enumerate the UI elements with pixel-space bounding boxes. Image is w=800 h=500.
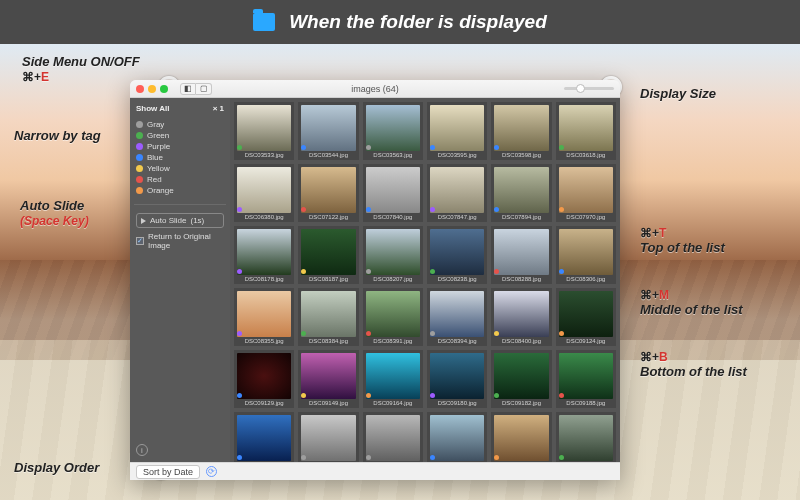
sort-dropdown[interactable]: Sort by Date (136, 465, 200, 479)
thumbnail-image (366, 291, 420, 337)
tag-purple[interactable]: Purple (136, 141, 224, 152)
thumbnail-tag-dot (237, 393, 242, 398)
thumbnail-item[interactable]: DSC07970.jpg (556, 164, 616, 222)
thumbnail-item[interactable]: DSC08394.jpg (427, 288, 487, 346)
thumbnail-item[interactable]: DSC09230.jpg (556, 412, 616, 462)
thumbnail-item[interactable]: DSC09210.jpg (298, 412, 358, 462)
callout-label: Side Menu ON/OFF (22, 54, 140, 70)
tag-swatch-icon (136, 121, 143, 128)
thumbnail-item[interactable]: DSC09149.jpg (298, 350, 358, 408)
sidebar-showall[interactable]: Show All (136, 104, 169, 113)
tag-swatch-icon (136, 176, 143, 183)
tag-green[interactable]: Green (136, 130, 224, 141)
slider-knob[interactable] (576, 84, 585, 93)
thumbnail-item[interactable]: DSC09129.jpg (234, 350, 294, 408)
thumbnail-tag-dot (366, 207, 371, 212)
thumbnail-item[interactable]: DSC07894.jpg (491, 164, 551, 222)
thumbnail-tag-dot (237, 455, 242, 460)
thumbnail-image (430, 105, 484, 151)
thumbnail-caption: DSC09188.jpg (556, 398, 616, 408)
checkbox-icon[interactable]: ✓ (136, 237, 144, 245)
thumbnail-tag-dot (366, 393, 371, 398)
tag-yellow[interactable]: Yellow (136, 163, 224, 174)
thumbnail-item[interactable]: DSC09182.jpg (491, 350, 551, 408)
thumbnail-size-slider[interactable] (564, 87, 614, 90)
thumbnail-item[interactable]: DSC08400.jpg (491, 288, 551, 346)
thumbnail-item[interactable]: DSC08207.jpg (363, 226, 423, 284)
thumbnail-caption: DSC03618.jpg (556, 150, 616, 160)
thumbnail-tag-dot (559, 269, 564, 274)
refresh-icon[interactable]: ⟳ (206, 466, 217, 477)
thumbnail-item[interactable]: DSC08391.jpg (363, 288, 423, 346)
tag-label: Orange (147, 186, 174, 195)
thumbnail-caption: DSC09129.jpg (234, 398, 294, 408)
thumbnail-item[interactable]: DSC06380.jpg (234, 164, 294, 222)
thumbnail-item[interactable]: DSC08288.jpg (491, 226, 551, 284)
thumbnail-item[interactable]: DSC08384.jpg (298, 288, 358, 346)
thumbnail-caption: DSC07847.jpg (427, 212, 487, 222)
thumbnail-item[interactable]: DSC03618.jpg (556, 102, 616, 160)
thumbnail-caption: DSC08400.jpg (491, 336, 551, 346)
thumbnail-image (237, 105, 291, 151)
return-original-checkbox[interactable]: ✓ Return to Original Image (136, 232, 224, 250)
thumbnail-item[interactable]: DSC09188.jpg (556, 350, 616, 408)
thumbnail-item[interactable]: DSC08178.jpg (234, 226, 294, 284)
thumbnail-item[interactable]: DSC09225.jpg (491, 412, 551, 462)
thumbnail-item[interactable]: DSC03598.jpg (491, 102, 551, 160)
thumbnail-item[interactable]: DSC09200.jpg (234, 412, 294, 462)
thumbnail-item[interactable]: DSC03533.jpg (234, 102, 294, 160)
thumbnail-tag-dot (430, 455, 435, 460)
thumbnail-item[interactable]: DSC03563.jpg (363, 102, 423, 160)
thumbnail-image (559, 229, 613, 275)
tag-blue[interactable]: Blue (136, 152, 224, 163)
titlebar: ◧ ▢ images (64) (130, 80, 620, 98)
thumbnail-item[interactable]: DSC09215.jpg (363, 412, 423, 462)
thumbnail-item[interactable]: DSC07122.jpg (298, 164, 358, 222)
thumbnail-item[interactable]: DSC08238.jpg (427, 226, 487, 284)
thumbnail-item[interactable]: DSC07847.jpg (427, 164, 487, 222)
app-window: ◧ ▢ images (64) Show All × 1 GrayGreenPu… (130, 80, 620, 480)
thumbnail-caption: DSC08238.jpg (427, 274, 487, 284)
thumbnail-item[interactable]: DSC03544.jpg (298, 102, 358, 160)
thumbnail-caption: DSC03563.jpg (363, 150, 423, 160)
folder-icon (253, 13, 275, 31)
thumbnail-tag-dot (366, 145, 371, 150)
thumbnail-item[interactable]: DSC09180.jpg (427, 350, 487, 408)
footer-bar: Sort by Date ⟳ (130, 462, 620, 480)
thumbnail-item[interactable]: DSC09124.jpg (556, 288, 616, 346)
window-title: images (64) (130, 84, 620, 94)
thumbnail-caption: DSC08394.jpg (427, 336, 487, 346)
tag-label: Red (147, 175, 162, 184)
tag-red[interactable]: Red (136, 174, 224, 185)
thumbnail-tag-dot (430, 331, 435, 336)
thumbnail-item[interactable]: DSC09164.jpg (363, 350, 423, 408)
thumbnail-item[interactable]: DSC08187.jpg (298, 226, 358, 284)
callout-display-order: Display Order (14, 460, 99, 476)
thumbnail-caption: DSC07840.jpg (363, 212, 423, 222)
thumbnail-grid[interactable]: DSC03533.jpgDSC03544.jpgDSC03563.jpgDSC0… (230, 98, 620, 462)
thumbnail-tag-dot (430, 207, 435, 212)
autoslide-button[interactable]: Auto Slide (1s) (136, 213, 224, 228)
thumbnail-caption: DSC09149.jpg (298, 398, 358, 408)
thumbnail-item[interactable]: DSC07840.jpg (363, 164, 423, 222)
thumbnail-item[interactable]: DSC08355.jpg (234, 288, 294, 346)
thumbnail-item[interactable]: DSC03595.jpg (427, 102, 487, 160)
thumbnail-caption: DSC08288.jpg (491, 274, 551, 284)
tag-orange[interactable]: Orange (136, 185, 224, 196)
thumbnail-item[interactable]: DSC08306.jpg (556, 226, 616, 284)
info-icon[interactable]: i (136, 444, 148, 456)
thumbnail-caption: DSC07970.jpg (556, 212, 616, 222)
thumbnail-tag-dot (366, 331, 371, 336)
thumbnail-tag-dot (237, 331, 242, 336)
tag-gray[interactable]: Gray (136, 119, 224, 130)
hotkey-label: ⌘+E (22, 70, 140, 84)
tag-swatch-icon (136, 154, 143, 161)
thumbnail-image (301, 229, 355, 275)
autoslide-interval: (1s) (190, 216, 204, 225)
thumbnail-image (430, 291, 484, 337)
promo-header: When the folder is displayed (0, 0, 800, 44)
thumbnail-image (494, 105, 548, 151)
return-original-label: Return to Original Image (148, 232, 224, 250)
thumbnail-item[interactable]: DSC09220.jpg (427, 412, 487, 462)
thumbnail-image (559, 105, 613, 151)
